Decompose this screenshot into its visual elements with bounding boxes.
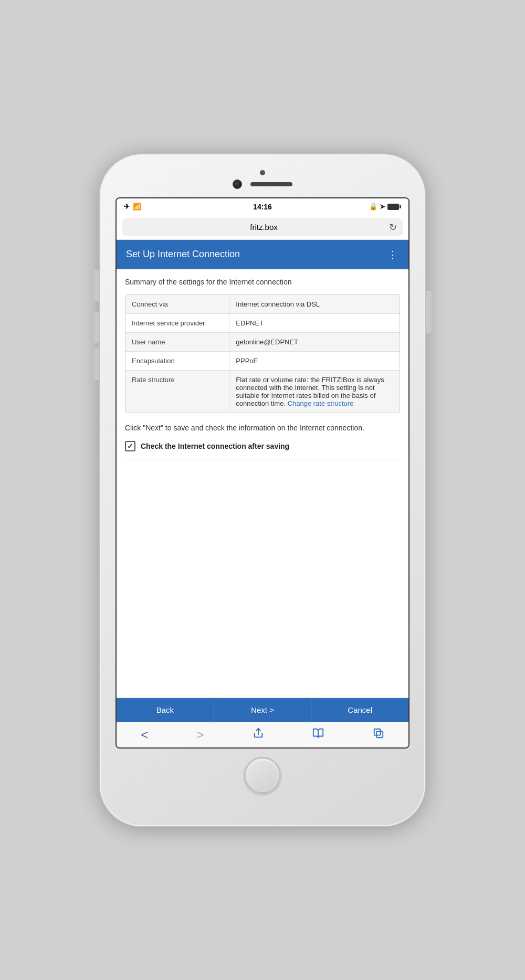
browser-back-icon[interactable]: <: [141, 728, 148, 742]
value-rate-structure: Flat rate or volume rate: the FRITZ!Box …: [229, 371, 400, 413]
table-row: Connect via Internet connection via DSL: [125, 295, 400, 314]
back-button[interactable]: Back: [117, 698, 214, 722]
refresh-icon[interactable]: ↻: [389, 222, 397, 233]
value-connect-via: Internet connection via DSL: [229, 295, 400, 313]
table-row: Rate structure Flat rate or volume rate:…: [125, 371, 400, 413]
phone-frame: ✈ 📶 14:16 🔒 ➤ fritz.box ↻ Set: [100, 154, 425, 826]
label-username: User name: [125, 333, 229, 351]
value-encapsulation: PPPoE: [229, 352, 400, 370]
front-camera: [233, 180, 242, 189]
label-isp: Internet service provider: [125, 314, 229, 332]
label-rate-structure: Rate structure: [125, 371, 229, 413]
page-header: Set Up Internet Connection ⋮: [117, 240, 408, 269]
url-display: fritz.box: [250, 223, 278, 231]
address-bar-container: fritz.box ↻: [117, 215, 408, 240]
checkbox-row[interactable]: Check the Internet connection after savi…: [125, 441, 400, 451]
next-button[interactable]: Next >: [214, 698, 312, 722]
status-time: 14:16: [253, 203, 272, 211]
cancel-button[interactable]: Cancel: [311, 698, 408, 722]
status-bar: ✈ 📶 14:16 🔒 ➤: [117, 198, 408, 215]
svg-rect-2: [376, 731, 383, 737]
check-internet-checkbox[interactable]: [125, 441, 135, 451]
summary-intro-text: Summary of the settings for the Internet…: [125, 278, 400, 286]
checkbox-label: Check the Internet connection after savi…: [141, 442, 289, 450]
address-bar[interactable]: fritz.box ↻: [122, 218, 403, 236]
speaker-dot: [260, 170, 265, 175]
phone-top: [110, 170, 415, 193]
lock-icon: 🔒: [369, 203, 377, 210]
browser-forward-icon[interactable]: >: [197, 728, 204, 742]
table-row: User name getonline@EDPNET: [125, 333, 400, 352]
divider: [125, 460, 400, 460]
page-title: Set Up Internet Connection: [126, 249, 240, 260]
airplane-icon: ✈: [124, 203, 130, 210]
action-buttons: Back Next > Cancel: [117, 698, 408, 722]
wifi-icon: 📶: [133, 203, 141, 210]
table-row: Internet service provider EDPNET: [125, 314, 400, 333]
settings-table: Connect via Internet connection via DSL …: [125, 294, 400, 413]
battery-icon: [387, 204, 401, 210]
home-button[interactable]: [244, 757, 281, 794]
share-icon[interactable]: [253, 728, 264, 742]
location-icon: ➤: [380, 203, 385, 210]
svg-rect-1: [374, 729, 381, 735]
top-sensors: [233, 180, 292, 189]
menu-dots-icon[interactable]: ⋮: [387, 248, 399, 261]
value-username: getonline@EDPNET: [229, 333, 400, 351]
phone-screen: ✈ 📶 14:16 🔒 ➤ fritz.box ↻ Set: [116, 197, 410, 749]
label-connect-via: Connect via: [125, 295, 229, 313]
info-text: Click "Next" to save and check the infor…: [125, 423, 400, 434]
label-encapsulation: Encapsulation: [125, 352, 229, 370]
status-left: ✈ 📶: [124, 203, 141, 210]
change-rate-link[interactable]: Change rate structure: [288, 399, 354, 407]
speaker-bar: [250, 182, 292, 186]
bookmarks-icon[interactable]: [312, 728, 324, 742]
table-row: Encapsulation PPPoE: [125, 352, 400, 371]
page-content: Summary of the settings for the Internet…: [117, 269, 408, 698]
status-right: 🔒 ➤: [369, 203, 401, 210]
tabs-icon[interactable]: [373, 728, 384, 742]
value-isp: EDPNET: [229, 314, 400, 332]
browser-nav: < >: [117, 722, 408, 747]
